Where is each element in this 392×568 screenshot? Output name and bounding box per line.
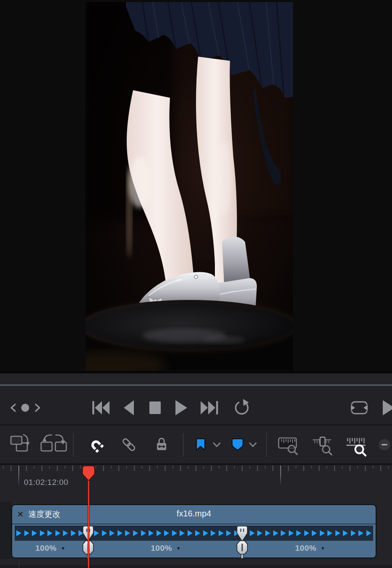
retime-speed-arrow xyxy=(63,530,68,536)
retime-speed-arrow xyxy=(273,530,278,536)
replace-clip-icon[interactable] xyxy=(11,435,30,451)
retime-speed-arrow xyxy=(118,530,123,536)
retime-speed-arrow xyxy=(335,530,340,536)
full-extent-zoom-icon[interactable] xyxy=(279,438,297,454)
video-preview xyxy=(86,2,293,370)
next-frame-button[interactable] xyxy=(36,404,39,411)
retime-speed-arrow xyxy=(180,530,185,536)
loop-playback-button[interactable] xyxy=(236,399,249,414)
snapping-magnet-icon[interactable] xyxy=(89,438,104,453)
retime-speed-arrow xyxy=(133,530,138,536)
retime-speed-control[interactable]: 100% ▼ xyxy=(35,541,65,555)
retime-speed-arrow xyxy=(71,530,76,536)
retime-speed-arrow xyxy=(102,530,107,536)
retime-speed-arrow xyxy=(172,530,177,536)
go-to-last-frame-button[interactable] xyxy=(201,401,218,414)
retime-speed-arrow xyxy=(203,530,208,536)
retime-speed-arrow xyxy=(141,530,146,536)
retime-speed-arrow xyxy=(265,530,270,536)
retime-speed-arrow xyxy=(358,530,363,536)
retime-speed-arrow xyxy=(86,530,91,536)
retime-speed-arrow xyxy=(296,530,301,536)
retime-speed-arrow xyxy=(157,530,162,536)
linked-selection-icon[interactable] xyxy=(122,438,136,451)
retime-speed-arrow xyxy=(289,530,294,536)
timeline-clip[interactable]: ✕ 速度更改 fx16.mp4 100% ▼ 100% ▼ 100% ▼ xyxy=(11,504,376,558)
edit-toolbar xyxy=(0,425,392,464)
retime-arrow-strip[interactable] xyxy=(15,526,373,541)
retime-speed-arrow xyxy=(312,530,317,536)
toolbar-separator xyxy=(183,433,184,456)
retime-speed-arrow xyxy=(211,530,216,536)
stop-button[interactable] xyxy=(149,401,161,414)
zoom-out-minus-button[interactable] xyxy=(379,439,390,451)
retime-speed-arrow xyxy=(250,530,255,536)
retime-speed-arrow xyxy=(32,530,37,536)
viewer-panel xyxy=(0,0,392,371)
retime-speed-arrow xyxy=(327,530,332,536)
track-left-padding xyxy=(0,502,11,559)
retime-speed-arrow xyxy=(366,530,371,536)
retime-speed-arrow xyxy=(226,530,231,536)
play-edge-button[interactable] xyxy=(383,400,392,415)
current-frame-dot xyxy=(21,404,29,412)
speed-value: 100% xyxy=(35,544,57,553)
previous-frame-button[interactable] xyxy=(11,404,15,411)
retime-speed-arrow xyxy=(242,530,247,536)
flag-dropdown-chevron-icon[interactable] xyxy=(214,443,220,446)
step-back-button[interactable] xyxy=(124,400,134,415)
retime-speed-arrow xyxy=(164,530,169,536)
retime-speed-arrow xyxy=(125,530,130,536)
speed-dropdown-icon[interactable]: ▼ xyxy=(61,546,65,551)
timeline-bottom-strip xyxy=(0,565,392,568)
speed-dropdown-icon[interactable]: ▼ xyxy=(321,546,325,551)
video-editor-window: 01:02:12:00 ✕ 速度更改 fx16.mp4 100% ▼ 100% … xyxy=(0,0,392,568)
clip-header[interactable]: ✕ 速度更改 fx16.mp4 xyxy=(12,505,376,524)
video-content xyxy=(86,2,293,370)
clip-header-divider xyxy=(12,524,376,524)
ruler-timecode-label: 01:02:12:00 xyxy=(24,478,68,487)
retime-speed-arrow xyxy=(40,530,45,536)
retime-speed-arrow xyxy=(110,530,115,536)
marker-dropdown-chevron-icon[interactable] xyxy=(250,443,256,446)
swap-clips-icon[interactable] xyxy=(41,435,66,451)
section-divider[interactable] xyxy=(0,384,392,386)
go-to-first-frame-button[interactable] xyxy=(92,401,110,414)
loop-range-button[interactable] xyxy=(350,402,369,414)
custom-zoom-icon[interactable] xyxy=(346,438,366,456)
retime-label: 速度更改 xyxy=(29,509,60,520)
retime-speed-arrow xyxy=(78,530,84,536)
play-button[interactable] xyxy=(175,400,187,415)
retime-close-button[interactable]: ✕ xyxy=(17,510,24,518)
detail-zoom-icon[interactable] xyxy=(313,437,332,455)
retime-speed-control[interactable]: 100% ▼ xyxy=(295,541,325,555)
retime-speed-arrow xyxy=(351,530,356,536)
retime-speed-arrow xyxy=(281,530,286,536)
retime-speed-arrow xyxy=(219,530,224,536)
retime-speed-arrow xyxy=(24,530,29,536)
transport-bar xyxy=(0,386,392,425)
speed-value: 100% xyxy=(151,544,172,553)
retime-speed-arrow xyxy=(47,530,52,536)
toolbar-separator xyxy=(73,433,74,456)
retime-speed-arrow xyxy=(16,530,21,536)
retime-speed-arrow xyxy=(188,530,193,536)
retime-speed-arrow xyxy=(234,530,239,536)
marker-icon[interactable] xyxy=(232,439,243,450)
black-pedestal xyxy=(86,300,293,370)
retime-speed-arrow xyxy=(149,530,154,536)
retime-speed-arrow xyxy=(257,530,262,536)
speed-value: 100% xyxy=(295,544,316,553)
retime-speed-control[interactable]: 100% ▼ xyxy=(151,541,181,555)
retime-speed-arrow xyxy=(304,530,309,536)
panel-gap xyxy=(0,373,392,384)
retime-speed-arrow xyxy=(55,530,60,536)
retime-speed-arrow xyxy=(320,530,325,536)
speed-dropdown-icon[interactable]: ▼ xyxy=(176,546,181,551)
position-lock-icon[interactable] xyxy=(157,438,166,450)
clip-name-label: fx16.mp4 xyxy=(177,509,211,518)
retime-speed-arrow xyxy=(94,530,99,536)
retime-speed-arrow xyxy=(343,530,348,536)
flag-icon[interactable] xyxy=(196,439,205,450)
retime-speed-arrow xyxy=(195,530,200,536)
